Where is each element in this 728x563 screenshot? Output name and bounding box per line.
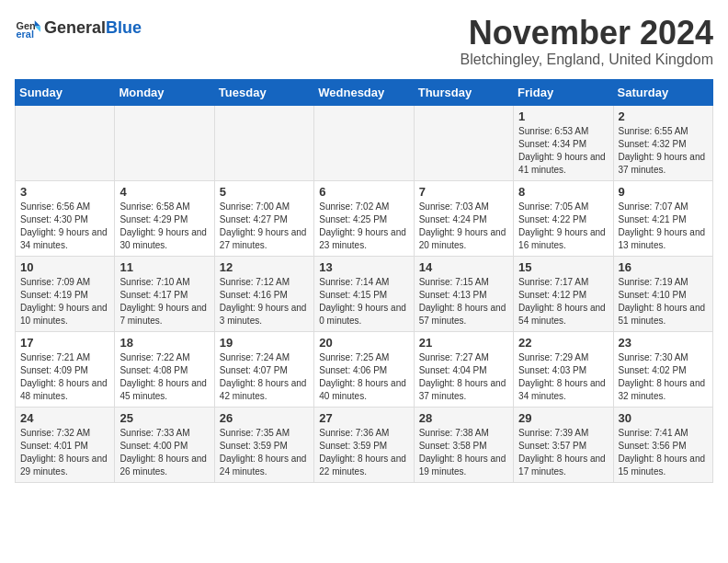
day-number: 10 [20, 260, 109, 274]
day-number: 17 [20, 336, 109, 350]
calendar-cell: 16Sunrise: 7:19 AM Sunset: 4:10 PM Dayli… [613, 256, 712, 331]
day-number: 29 [518, 411, 608, 425]
calendar-cell: 9Sunrise: 7:07 AM Sunset: 4:21 PM Daylig… [613, 180, 712, 256]
title-area: November 2024 Bletchingley, England, Uni… [461, 15, 713, 68]
logo-text-general: General [44, 18, 106, 38]
logo: Gen eral General Blue [15, 15, 142, 40]
day-number: 25 [119, 411, 209, 425]
day-number: 28 [419, 411, 508, 425]
day-info: Sunrise: 7:12 AM Sunset: 4:16 PM Dayligh… [220, 276, 309, 327]
day-info: Sunrise: 7:36 AM Sunset: 3:59 PM Dayligh… [319, 427, 408, 478]
day-info: Sunrise: 7:22 AM Sunset: 4:08 PM Dayligh… [119, 351, 209, 403]
calendar-cell: 27Sunrise: 7:36 AM Sunset: 3:59 PM Dayli… [314, 407, 414, 482]
day-info: Sunrise: 7:19 AM Sunset: 4:10 PM Dayligh… [619, 276, 708, 327]
day-number: 5 [220, 185, 309, 199]
day-number: 3 [20, 185, 109, 199]
calendar-cell [115, 105, 214, 180]
day-number: 2 [619, 109, 708, 123]
day-info: Sunrise: 7:38 AM Sunset: 3:58 PM Dayligh… [419, 427, 508, 478]
day-number: 7 [419, 185, 508, 199]
day-header-saturday: Saturday [613, 79, 712, 105]
day-number: 16 [619, 260, 708, 274]
calendar-cell: 4Sunrise: 6:58 AM Sunset: 4:29 PM Daylig… [115, 180, 214, 256]
day-number: 6 [319, 185, 408, 199]
day-number: 9 [619, 185, 708, 199]
day-info: Sunrise: 7:07 AM Sunset: 4:21 PM Dayligh… [619, 201, 708, 252]
day-info: Sunrise: 7:03 AM Sunset: 4:24 PM Dayligh… [419, 201, 508, 252]
calendar-cell: 22Sunrise: 7:29 AM Sunset: 4:03 PM Dayli… [514, 331, 613, 407]
calendar-week-row: 1Sunrise: 6:53 AM Sunset: 4:34 PM Daylig… [16, 105, 713, 180]
calendar-cell: 6Sunrise: 7:02 AM Sunset: 4:25 PM Daylig… [314, 180, 414, 256]
calendar-week-row: 10Sunrise: 7:09 AM Sunset: 4:19 PM Dayli… [16, 256, 713, 331]
day-info: Sunrise: 7:29 AM Sunset: 4:03 PM Dayligh… [518, 351, 608, 403]
day-info: Sunrise: 6:58 AM Sunset: 4:29 PM Dayligh… [119, 201, 209, 252]
day-number: 13 [319, 260, 408, 274]
calendar-cell: 12Sunrise: 7:12 AM Sunset: 4:16 PM Dayli… [214, 256, 313, 331]
calendar-cell: 23Sunrise: 7:30 AM Sunset: 4:02 PM Dayli… [613, 331, 712, 407]
calendar-cell: 7Sunrise: 7:03 AM Sunset: 4:24 PM Daylig… [414, 180, 513, 256]
day-header-thursday: Thursday [414, 79, 513, 105]
day-info: Sunrise: 7:15 AM Sunset: 4:13 PM Dayligh… [419, 276, 508, 327]
day-info: Sunrise: 7:14 AM Sunset: 4:15 PM Dayligh… [319, 276, 408, 327]
calendar-cell: 17Sunrise: 7:21 AM Sunset: 4:09 PM Dayli… [16, 331, 115, 407]
day-info: Sunrise: 6:56 AM Sunset: 4:30 PM Dayligh… [20, 201, 109, 252]
day-number: 20 [319, 336, 408, 350]
header: Gen eral General Blue November 2024 Blet… [15, 15, 713, 68]
day-header-wednesday: Wednesday [314, 79, 414, 105]
day-info: Sunrise: 7:25 AM Sunset: 4:06 PM Dayligh… [319, 351, 408, 403]
day-header-friday: Friday [514, 79, 613, 105]
day-number: 21 [419, 336, 508, 350]
calendar-week-row: 24Sunrise: 7:32 AM Sunset: 4:01 PM Dayli… [16, 407, 713, 482]
day-number: 14 [419, 260, 508, 274]
day-info: Sunrise: 7:41 AM Sunset: 3:56 PM Dayligh… [619, 427, 708, 478]
calendar-cell [214, 105, 313, 180]
day-info: Sunrise: 7:02 AM Sunset: 4:25 PM Dayligh… [319, 201, 408, 252]
day-number: 18 [119, 336, 209, 350]
calendar-cell: 3Sunrise: 6:56 AM Sunset: 4:30 PM Daylig… [16, 180, 115, 256]
day-number: 23 [619, 336, 708, 350]
calendar-cell: 21Sunrise: 7:27 AM Sunset: 4:04 PM Dayli… [414, 331, 513, 407]
day-info: Sunrise: 7:32 AM Sunset: 4:01 PM Dayligh… [20, 427, 109, 478]
calendar-cell: 25Sunrise: 7:33 AM Sunset: 4:00 PM Dayli… [115, 407, 214, 482]
calendar-cell: 29Sunrise: 7:39 AM Sunset: 3:57 PM Dayli… [514, 407, 613, 482]
calendar-cell: 10Sunrise: 7:09 AM Sunset: 4:19 PM Dayli… [16, 256, 115, 331]
day-info: Sunrise: 6:53 AM Sunset: 4:34 PM Dayligh… [518, 125, 608, 177]
day-number: 12 [220, 260, 309, 274]
day-info: Sunrise: 7:21 AM Sunset: 4:09 PM Dayligh… [20, 351, 109, 403]
calendar-cell [414, 105, 513, 180]
day-info: Sunrise: 7:39 AM Sunset: 3:57 PM Dayligh… [518, 427, 608, 478]
day-number: 27 [319, 411, 408, 425]
calendar-cell: 20Sunrise: 7:25 AM Sunset: 4:06 PM Dayli… [314, 331, 414, 407]
day-info: Sunrise: 7:05 AM Sunset: 4:22 PM Dayligh… [518, 201, 608, 252]
day-number: 24 [20, 411, 109, 425]
svg-text:eral: eral [17, 29, 34, 40]
day-number: 15 [518, 260, 608, 274]
day-info: Sunrise: 7:00 AM Sunset: 4:27 PM Dayligh… [220, 201, 309, 252]
calendar-cell [314, 105, 414, 180]
day-number: 1 [518, 109, 608, 123]
day-number: 19 [220, 336, 309, 350]
day-info: Sunrise: 7:33 AM Sunset: 4:00 PM Dayligh… [119, 427, 209, 478]
calendar-cell: 15Sunrise: 7:17 AM Sunset: 4:12 PM Dayli… [514, 256, 613, 331]
day-info: Sunrise: 7:10 AM Sunset: 4:17 PM Dayligh… [119, 276, 209, 327]
day-number: 4 [119, 185, 209, 199]
day-info: Sunrise: 7:24 AM Sunset: 4:07 PM Dayligh… [220, 351, 309, 403]
calendar-cell: 5Sunrise: 7:00 AM Sunset: 4:27 PM Daylig… [214, 180, 313, 256]
calendar-cell: 1Sunrise: 6:53 AM Sunset: 4:34 PM Daylig… [514, 105, 613, 180]
calendar-cell: 26Sunrise: 7:35 AM Sunset: 3:59 PM Dayli… [214, 407, 313, 482]
calendar-table: SundayMondayTuesdayWednesdayThursdayFrid… [15, 79, 713, 483]
day-info: Sunrise: 7:30 AM Sunset: 4:02 PM Dayligh… [619, 351, 708, 403]
logo-text-blue: Blue [106, 18, 142, 38]
day-number: 30 [619, 411, 708, 425]
calendar-cell [16, 105, 115, 180]
day-info: Sunrise: 6:55 AM Sunset: 4:32 PM Dayligh… [619, 125, 708, 177]
day-number: 8 [518, 185, 608, 199]
month-title: November 2024 [461, 15, 713, 52]
day-number: 11 [119, 260, 209, 274]
day-number: 22 [518, 336, 608, 350]
day-info: Sunrise: 7:35 AM Sunset: 3:59 PM Dayligh… [220, 427, 309, 478]
day-info: Sunrise: 7:17 AM Sunset: 4:12 PM Dayligh… [518, 276, 608, 327]
calendar-cell: 18Sunrise: 7:22 AM Sunset: 4:08 PM Dayli… [115, 331, 214, 407]
calendar-cell: 2Sunrise: 6:55 AM Sunset: 4:32 PM Daylig… [613, 105, 712, 180]
calendar-cell: 8Sunrise: 7:05 AM Sunset: 4:22 PM Daylig… [514, 180, 613, 256]
